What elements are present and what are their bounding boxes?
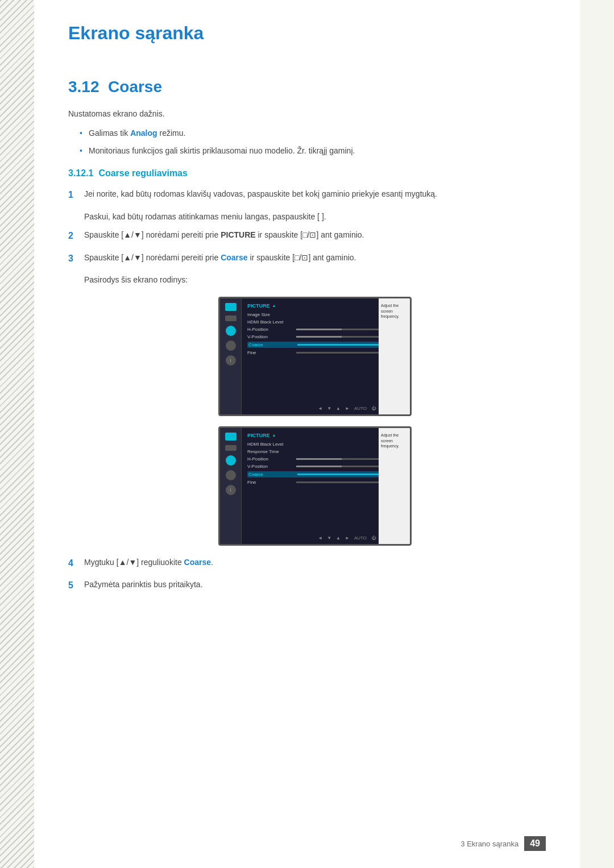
monitor-display-1: i PICTURE Image Size Wide HDMI Black Lev… [218,297,412,416]
monitor-icon-gear [226,340,236,351]
steps-list: 1 Jei norite, kad būtų rodomas klavišų v… [68,188,546,286]
monitor-icon-info: i [226,355,236,366]
description: Nustatomas ekrano dažnis. [68,107,546,120]
step-3: 3 Spauskite [▲/▼] norėdami pereiti prie … [68,251,546,266]
monitor-icon-arrow [226,326,236,336]
monitor-screen-1: i PICTURE Image Size Wide HDMI Black Lev… [84,297,546,416]
monitor-icon-menu-2 [225,445,237,451]
monitor-controls-1: ◄ ▼ ▲ ► AUTO ⏻ [242,406,376,411]
bullet-item-1: Galimas tik Analog režimu. [80,127,546,139]
monitor-icon-menu [225,315,237,321]
step-4: 4 Mygtuku [▲/▼] reguliuokite Coarse. [68,556,546,571]
monitor-wrap-2: i PICTURE HDMI Black Level Response Time… [218,426,412,546]
monitor-screen-2: i PICTURE HDMI Black Level Response Time… [84,426,546,546]
monitor-wrap-1: i PICTURE Image Size Wide HDMI Black Lev… [218,297,412,416]
monitor-sidebar-1: i [220,298,242,414]
monitor-icon-gear-2 [226,470,236,480]
page-footer: 3 Ekrano sąranka 49 [460,836,546,851]
page-title: Ekrano sąranka [68,23,546,49]
stripe-decoration [0,0,34,868]
monitor-icon-info-2: i [226,485,236,495]
step-3-note: Pasirodys šis ekrano rodinys: [84,273,546,286]
step-1: 1 Jei norite, kad būtų rodomas klavišų v… [68,188,546,202]
step-2: 2 Spauskite [▲/▼] norėdami pereiti prie … [68,229,546,243]
section-title: 3.12 Coarse [68,78,546,96]
step-1-note: Paskui, kad būtų rodamas atitinkamas men… [84,210,546,223]
monitor-help-1: Adjust the screen frequency. [379,298,410,414]
monitor-display-2: i PICTURE HDMI Black Level Response Time… [218,426,412,546]
monitor-icon-arrow-2 [226,455,236,466]
step-5: 5 Pažymėta parinktis bus pritaikyta. [68,578,546,593]
bullet-list: Galimas tik Analog režimu. Monitoriaus f… [80,127,546,157]
section-name: Coarse [108,78,162,95]
footer-text: 3 Ekrano sąranka [460,840,518,848]
page-container: Ekrano sąranka 3.12 Coarse Nustatomas ek… [34,0,580,868]
bullet-item-2: Monitoriaus funkcijos gali skirtis prikl… [80,144,546,157]
steps-4-5: 4 Mygtuku [▲/▼] reguliuokite Coarse. 5 P… [68,556,546,593]
monitor-icon-display [225,303,237,311]
section-num: 3.12 [68,78,99,95]
monitor-icon-display-2 [225,433,237,441]
monitor-help-2: Adjust the screen frequency. [379,428,410,544]
subsection-title: 3.12.1 Coarse reguliavimas [68,168,546,178]
footer-page-num: 49 [524,836,546,851]
monitor-sidebar-2: i [220,428,242,544]
monitor-controls-2: ◄ ▼ ▲ ► AUTO ⏻ [242,535,376,541]
